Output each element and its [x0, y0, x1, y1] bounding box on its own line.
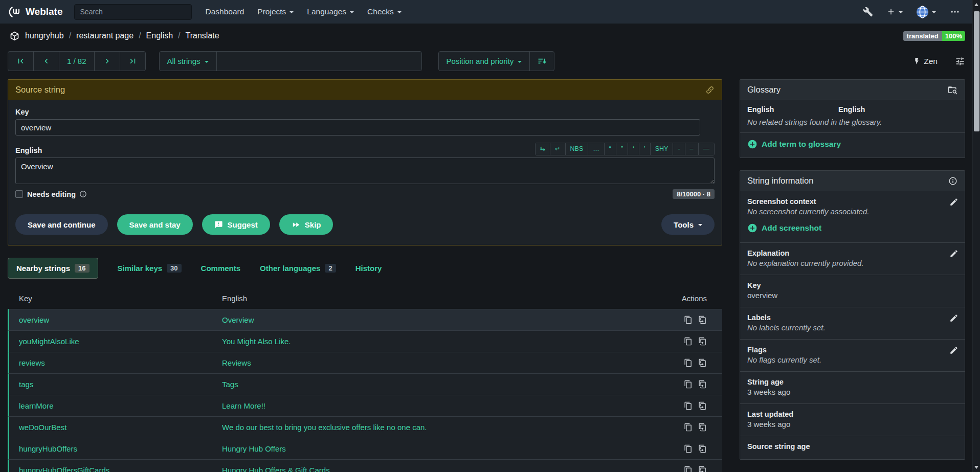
breadcrumb-item[interactable]: English	[146, 31, 173, 40]
copy-icon[interactable]	[684, 358, 693, 367]
copy-insert-icon[interactable]	[698, 380, 707, 389]
tools-dropdown[interactable]: Tools	[661, 214, 715, 235]
add-screenshot-link[interactable]: Add screenshot	[747, 223, 821, 233]
skip-button[interactable]: Skip	[279, 214, 333, 235]
row-key-link[interactable]: learnMore	[9, 401, 222, 410]
special-char-button[interactable]: —	[699, 143, 715, 155]
overflow-menu-button[interactable]	[949, 7, 961, 17]
tab-similar-keys[interactable]: Similar keys30	[118, 264, 182, 273]
first-page-button[interactable]	[8, 52, 34, 71]
row-key-link[interactable]: hungryHubOffers	[9, 444, 222, 453]
row-english-link[interactable]: Learn More!!	[222, 401, 667, 410]
copy-insert-icon[interactable]	[698, 423, 707, 432]
sort-field-dropdown[interactable]: Position and priority	[439, 52, 530, 71]
copy-icon[interactable]	[684, 466, 693, 472]
save-and-stay-button[interactable]: Save and stay	[117, 214, 193, 235]
tab-other-languages[interactable]: Other languages2	[260, 264, 336, 273]
global-search-input[interactable]	[74, 4, 192, 20]
special-char-button[interactable]: -	[673, 143, 685, 155]
copy-insert-icon[interactable]	[698, 337, 707, 346]
row-english-link[interactable]: Tags	[222, 380, 667, 389]
edit-pencil-icon[interactable]	[949, 249, 959, 258]
row-key-link[interactable]: overview	[9, 316, 222, 324]
page-scrollbar[interactable]	[972, 0, 980, 472]
copy-icon[interactable]	[684, 401, 693, 410]
add-term-to-glossary-link[interactable]: Add term to glossary	[747, 139, 841, 149]
row-key-link[interactable]: youMightAlsoLike	[9, 337, 222, 346]
special-char-button[interactable]: NBS	[566, 143, 589, 155]
special-char-button[interactable]: ⇆	[536, 143, 550, 155]
copy-icon[interactable]	[684, 423, 693, 432]
strings-search-input[interactable]	[217, 52, 421, 71]
special-char-button[interactable]: ”	[616, 143, 628, 155]
copy-icon[interactable]	[684, 316, 693, 324]
last-page-button[interactable]	[120, 52, 145, 71]
scroll-down-arrow[interactable]	[974, 466, 978, 469]
glossary-browse-icon[interactable]	[948, 85, 957, 95]
admin-wrench-icon[interactable]	[863, 7, 873, 17]
weblate-brand[interactable]: Weblate	[8, 6, 63, 18]
scroll-up-arrow[interactable]	[974, 3, 978, 6]
sliders-icon	[955, 56, 965, 66]
special-char-button[interactable]: –	[685, 143, 699, 155]
row-english-link[interactable]: We do our best to bring you exclusive of…	[222, 423, 667, 432]
nav-item-projects[interactable]: Projects	[251, 4, 300, 19]
nav-item-languages[interactable]: Languages	[300, 4, 361, 19]
page-first-icon	[16, 56, 26, 66]
special-char-button[interactable]: ‘	[628, 143, 639, 155]
edit-pencil-icon[interactable]	[949, 197, 959, 207]
row-key-link[interactable]: hungryHubOffersGiftCards	[9, 466, 222, 472]
user-menu-button[interactable]	[916, 6, 936, 18]
strings-filter-dropdown[interactable]: All strings	[160, 52, 217, 71]
needs-editing-info-icon[interactable]	[79, 190, 87, 198]
copy-insert-icon[interactable]	[698, 316, 707, 324]
prev-page-button[interactable]	[34, 52, 59, 71]
copy-insert-icon[interactable]	[698, 401, 707, 410]
copy-insert-icon[interactable]	[698, 358, 707, 367]
zen-mode-button[interactable]: Zen	[913, 57, 938, 66]
special-char-button[interactable]: ↵	[550, 143, 565, 155]
breadcrumb-item[interactable]: hungryhub	[25, 31, 64, 40]
translation-textarea[interactable]: Overview	[15, 158, 715, 184]
row-english-link[interactable]: You Might Also Like.	[222, 337, 667, 346]
sort-direction-button[interactable]	[530, 52, 554, 71]
row-english-link[interactable]: Reviews	[222, 358, 667, 367]
special-char-button[interactable]: ’	[639, 143, 651, 155]
special-char-button[interactable]: “	[605, 143, 616, 155]
row-key-link[interactable]: tags	[9, 380, 222, 389]
tab-nearby-strings[interactable]: Nearby strings16	[8, 258, 98, 279]
breadcrumb-item[interactable]: Translate	[186, 31, 219, 40]
tab-comments[interactable]: Comments	[201, 264, 241, 273]
special-char-button[interactable]: …	[588, 143, 605, 155]
tab-history[interactable]: History	[355, 264, 382, 273]
copy-insert-icon[interactable]	[698, 466, 707, 472]
copy-icon[interactable]	[684, 444, 693, 453]
page-position[interactable]: 1 / 82	[59, 52, 95, 71]
permalink-icon[interactable]	[705, 85, 715, 95]
info-icon[interactable]	[948, 176, 957, 186]
nearby-strings-table: Key English Actions overviewOverviewyouM…	[8, 288, 722, 472]
needs-editing-checkbox[interactable]	[15, 190, 23, 198]
row-key-link[interactable]: reviews	[9, 358, 222, 367]
scrollbar-thumb[interactable]	[974, 11, 979, 131]
nav-item-checks[interactable]: Checks	[361, 4, 408, 19]
row-english-link[interactable]: Overview	[222, 316, 667, 324]
info-section-value: No labels currently set.	[747, 323, 957, 332]
breadcrumb-item[interactable]: restaurant page	[76, 31, 133, 40]
editor-settings-button[interactable]	[955, 56, 965, 66]
copy-icon[interactable]	[684, 337, 693, 346]
row-english-link[interactable]: Hungry Hub Offers & Gift Cards	[222, 466, 667, 472]
key-input[interactable]	[15, 119, 700, 136]
row-key-link[interactable]: weDoOurBest	[9, 423, 222, 432]
edit-pencil-icon[interactable]	[949, 313, 959, 323]
next-page-button[interactable]	[95, 52, 120, 71]
copy-insert-icon[interactable]	[698, 444, 707, 453]
suggest-button[interactable]: Suggest	[202, 214, 270, 235]
row-english-link[interactable]: Hungry Hub Offers	[222, 444, 667, 453]
save-and-continue-button[interactable]: Save and continue	[15, 214, 108, 235]
edit-pencil-icon[interactable]	[949, 346, 959, 355]
nav-item-dashboard[interactable]: Dashboard	[199, 4, 251, 19]
special-char-button[interactable]: SHY	[651, 143, 674, 155]
copy-icon[interactable]	[684, 380, 693, 389]
add-menu-button[interactable]	[886, 7, 903, 16]
